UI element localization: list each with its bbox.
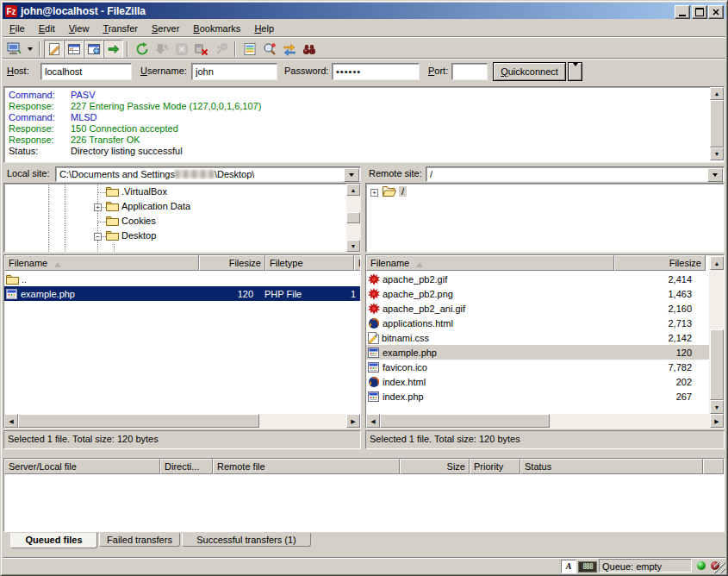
- tree-item-desktop[interactable]: Desktop: [106, 230, 156, 241]
- dropdown-arrow-icon: [712, 173, 718, 179]
- tree-item-cookies[interactable]: Cookies: [106, 216, 156, 226]
- scroll-up-button[interactable]: ▲: [710, 87, 724, 100]
- file-row[interactable]: apache_pb2.gif 2,414: [366, 272, 709, 286]
- close-button[interactable]: [708, 5, 724, 19]
- quickconnect-button[interactable]: Quickconnect: [493, 62, 566, 81]
- column-header-filename[interactable]: Filename: [4, 255, 199, 271]
- scroll-up-button[interactable]: ▲: [346, 184, 360, 196]
- scroll-right-button[interactable]: ▶: [710, 414, 724, 428]
- scrollbar-thumb[interactable]: [380, 414, 550, 428]
- menu-file[interactable]: File: [3, 22, 32, 35]
- remote-list-vscrollbar[interactable]: ▲ ▼: [709, 255, 724, 414]
- remote-list-hscrollbar[interactable]: ◀ ▶: [366, 414, 724, 428]
- remote-site-combobox[interactable]: /: [426, 166, 725, 182]
- collapse-minus-icon[interactable]: −: [94, 233, 102, 241]
- port-input[interactable]: [451, 63, 488, 80]
- file-name: applications.html: [383, 318, 453, 329]
- file-row[interactable]: index.php 267: [366, 389, 709, 404]
- queue-column-size[interactable]: Size: [400, 459, 470, 474]
- maximize-button[interactable]: [692, 5, 707, 19]
- queue-column-direction[interactable]: Directi...: [160, 459, 213, 474]
- password-input[interactable]: [332, 63, 420, 80]
- queue-column-server-local-file[interactable]: Server/Local file: [4, 459, 160, 474]
- site-manager-dropdown[interactable]: [24, 40, 35, 59]
- tree-item-root[interactable]: /: [383, 185, 407, 197]
- speed-limits-icon[interactable]: 888: [578, 561, 597, 573]
- toggle-local-tree-button[interactable]: [64, 40, 84, 59]
- queue-column-remote-file[interactable]: Remote file: [213, 459, 400, 474]
- log-scrollbar[interactable]: ▲ ▼: [710, 87, 724, 160]
- tab-successful-transfers[interactable]: Successful transfers (1): [182, 533, 311, 547]
- combo-dropdown-button[interactable]: [707, 168, 723, 182]
- find-files-button[interactable]: [299, 40, 319, 59]
- scrollbar-thumb[interactable]: [710, 100, 724, 147]
- menu-bookmarks[interactable]: Bookmarks: [186, 22, 247, 35]
- toggle-transfer-queue-button[interactable]: [103, 40, 123, 59]
- resize-grip[interactable]: [714, 562, 725, 573]
- file-row-selected[interactable]: example.php 120: [366, 345, 709, 360]
- process-queue-button[interactable]: [152, 40, 171, 59]
- file-row[interactable]: applications.html 2,713: [366, 316, 709, 330]
- file-row[interactable]: apache_pb2_ani.gif 2,160: [366, 301, 709, 316]
- scroll-down-button[interactable]: ▼: [710, 400, 724, 414]
- local-site-combobox[interactable]: C:\Documents and Settings\Desktop\: [55, 166, 361, 182]
- scroll-up-button[interactable]: ▲: [710, 256, 724, 270]
- column-header-filename[interactable]: Filename: [366, 255, 614, 271]
- expand-plus-icon[interactable]: +: [94, 203, 102, 211]
- cancel-operation-button[interactable]: [171, 40, 191, 59]
- column-header-last-modified[interactable]: L: [354, 255, 361, 271]
- process-queue-icon: [155, 42, 169, 56]
- local-list-hscrollbar[interactable]: ◀ ▶: [4, 414, 360, 428]
- host-input[interactable]: [40, 63, 132, 80]
- scrollbar-thumb[interactable]: [18, 414, 259, 428]
- folder-icon: [106, 201, 119, 211]
- menu-edit[interactable]: Edit: [32, 22, 62, 35]
- quickconnect-dropdown[interactable]: [568, 62, 582, 81]
- scrollbar-thumb[interactable]: [710, 329, 724, 400]
- filter-button[interactable]: [240, 40, 259, 59]
- message-log-icon: [47, 42, 61, 56]
- minimize-button[interactable]: [675, 5, 690, 19]
- combo-dropdown-button[interactable]: [344, 168, 359, 182]
- scroll-left-button[interactable]: ◀: [4, 414, 18, 428]
- expand-plus-icon[interactable]: +: [370, 189, 378, 197]
- file-row[interactable]: favicon.ico 7,782: [366, 360, 709, 374]
- file-row-selected[interactable]: example.php 120 PHP File 1: [4, 286, 360, 301]
- file-row[interactable]: bitnami.css 2,142: [366, 330, 709, 345]
- scroll-down-button[interactable]: ▼: [710, 147, 724, 160]
- scroll-down-button[interactable]: ▼: [346, 240, 360, 252]
- synchronized-browsing-button[interactable]: [279, 40, 299, 59]
- toggle-remote-tree-button[interactable]: [84, 40, 103, 59]
- column-header-filesize[interactable]: Filesize: [199, 255, 265, 271]
- directory-comparison-button[interactable]: [259, 40, 279, 59]
- username-input[interactable]: [191, 63, 277, 80]
- local-tree-scrollbar[interactable]: ▲ ▼: [346, 184, 360, 252]
- log-label: Status:: [9, 146, 71, 157]
- scroll-right-button[interactable]: ▶: [346, 414, 360, 428]
- reconnect-button[interactable]: [211, 40, 231, 59]
- scrollbar-thumb[interactable]: [346, 212, 360, 223]
- transfer-type-ascii-icon[interactable]: A: [561, 560, 576, 573]
- redacted-username: [175, 170, 215, 178]
- menu-view[interactable]: View: [62, 22, 96, 35]
- menu-help[interactable]: Help: [247, 22, 281, 35]
- column-header-filetype[interactable]: Filetype: [265, 255, 354, 271]
- menu-transfer[interactable]: Transfer: [96, 22, 145, 35]
- tree-item-virtualbox[interactable]: .VirtualBox: [106, 186, 167, 197]
- tab-queued-files[interactable]: Queued files: [10, 532, 97, 548]
- refresh-button[interactable]: [132, 40, 152, 59]
- scroll-left-button[interactable]: ◀: [366, 414, 380, 428]
- file-row-parent-dir[interactable]: ..: [4, 272, 360, 286]
- queue-column-status[interactable]: Status: [520, 459, 703, 474]
- toggle-message-log-button[interactable]: [44, 40, 64, 59]
- file-row[interactable]: index.html 202: [366, 374, 709, 389]
- local-status-text: Selected 1 file. Total size: 120 bytes: [3, 430, 361, 449]
- menu-server[interactable]: Server: [145, 22, 186, 35]
- tree-item-application-data[interactable]: Application Data: [106, 201, 190, 211]
- column-header-filesize[interactable]: Filesize: [614, 255, 706, 271]
- tab-failed-transfers[interactable]: Failed transfers: [99, 533, 180, 547]
- file-row[interactable]: apache_pb2.png 1,463: [366, 286, 709, 301]
- queue-column-priority[interactable]: Priority: [470, 459, 520, 474]
- disconnect-button[interactable]: [191, 40, 211, 59]
- site-manager-button[interactable]: [4, 40, 24, 59]
